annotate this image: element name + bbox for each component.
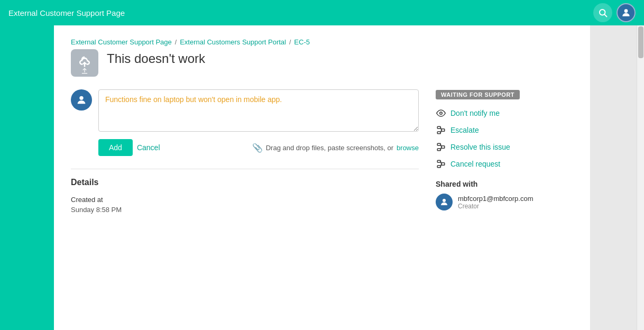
svg-point-21	[443, 199, 446, 202]
right-panel	[590, 25, 644, 330]
escalate-icon	[436, 125, 446, 135]
add-button[interactable]: Add	[98, 139, 133, 156]
svg-rect-6	[437, 126, 440, 129]
left-col: Add Cancel 📎 Drag and drop files, paste …	[71, 89, 419, 220]
comment-buttons: Add Cancel	[98, 139, 160, 156]
file-drop-area: 📎 Drag and drop files, paste screenshots…	[252, 143, 419, 153]
svg-point-2	[624, 9, 628, 13]
breadcrumb-sep-2: /	[289, 39, 291, 46]
created-at-label: Created at	[71, 196, 419, 204]
topbar: External Customer Support Page	[0, 0, 644, 25]
upload-arrow-icon	[81, 67, 88, 75]
svg-rect-17	[437, 166, 440, 168]
two-col: Add Cancel 📎 Drag and drop files, paste …	[71, 89, 573, 220]
breadcrumb-sep-1: /	[175, 39, 177, 46]
svg-line-9	[440, 127, 441, 130]
svg-line-14	[440, 144, 441, 146]
page-icon	[71, 49, 98, 77]
svg-line-10	[440, 131, 441, 133]
action-escalate[interactable]: Escalate	[436, 125, 573, 135]
svg-rect-8	[441, 129, 445, 132]
cancel-button[interactable]: Cancel	[137, 143, 160, 152]
svg-point-5	[440, 112, 443, 115]
page-title: This doesn't work	[107, 51, 205, 66]
user-avatar[interactable]	[617, 3, 636, 22]
details-section: Details Created at Sunday 8:58 PM	[71, 169, 419, 214]
created-at-item: Created at Sunday 8:58 PM	[71, 196, 419, 214]
resolve-icon	[436, 142, 446, 152]
commenter-avatar	[71, 89, 92, 111]
scrollbar-track[interactable]	[637, 25, 644, 330]
page-header: This doesn't work	[71, 49, 573, 77]
shared-user-role: Creator	[458, 203, 533, 210]
created-at-value: Sunday 8:58 PM	[71, 206, 419, 214]
attachment-icon: 📎	[252, 143, 263, 153]
right-col: WAITING FOR SUPPORT Don't notify me	[436, 89, 573, 220]
shared-user-avatar	[436, 194, 453, 210]
shared-user-email: mbfcorp1@mbfcorp.com	[458, 195, 533, 203]
resolve-label: Resolve this issue	[450, 143, 510, 151]
svg-rect-12	[437, 149, 440, 151]
cancel-request-icon	[436, 159, 446, 169]
eye-icon	[436, 108, 446, 118]
topbar-title: External Customer Support Page	[8, 8, 125, 17]
action-cancel-request[interactable]: Cancel request	[436, 159, 573, 169]
breadcrumb: External Customer Support Page / Externa…	[71, 38, 573, 46]
svg-line-20	[440, 164, 441, 167]
svg-rect-11	[437, 143, 440, 145]
search-icon	[598, 8, 608, 17]
svg-marker-3	[82, 62, 87, 67]
breadcrumb-link-2[interactable]: External Customers Support Portal	[180, 38, 286, 46]
svg-line-1	[604, 14, 606, 16]
details-title: Details	[71, 178, 419, 187]
svg-line-19	[440, 161, 441, 163]
topbar-icons	[593, 3, 636, 22]
shared-user-icon	[439, 197, 449, 207]
shared-with-title: Shared with	[436, 180, 573, 188]
svg-rect-16	[437, 160, 440, 162]
breadcrumb-link-3[interactable]: EC-5	[294, 38, 310, 46]
breadcrumb-link-1[interactable]: External Customer Support Page	[71, 38, 172, 46]
svg-rect-18	[441, 163, 445, 166]
status-badge: WAITING FOR SUPPORT	[436, 90, 520, 99]
comment-box: Add Cancel 📎 Drag and drop files, paste …	[98, 89, 419, 156]
user-icon	[621, 7, 631, 18]
svg-point-4	[79, 96, 83, 100]
escalate-label: Escalate	[450, 126, 479, 134]
svg-rect-7	[437, 132, 440, 134]
drop-label: Drag and drop files, paste screenshots, …	[266, 144, 393, 152]
cancel-request-label: Cancel request	[450, 160, 500, 168]
shared-user: mbfcorp1@mbfcorp.com Creator	[436, 194, 573, 210]
comment-textarea[interactable]	[98, 89, 419, 132]
commenter-user-icon	[76, 94, 87, 106]
shared-user-info: mbfcorp1@mbfcorp.com Creator	[458, 195, 533, 210]
left-panel	[0, 25, 54, 330]
action-resolve[interactable]: Resolve this issue	[436, 142, 573, 152]
comment-row: Add Cancel 📎 Drag and drop files, paste …	[71, 89, 419, 156]
browse-link[interactable]: browse	[397, 144, 419, 152]
svg-line-15	[440, 148, 441, 150]
action-dont-notify[interactable]: Don't notify me	[436, 108, 573, 118]
search-button[interactable]	[593, 3, 612, 22]
comment-actions: Add Cancel 📎 Drag and drop files, paste …	[98, 139, 419, 156]
svg-rect-13	[441, 146, 445, 149]
scrollbar-thumb[interactable]	[638, 26, 643, 58]
content-area: External Customer Support Page / Externa…	[54, 25, 590, 330]
main-layout: External Customer Support Page / Externa…	[0, 25, 644, 330]
dont-notify-label: Don't notify me	[450, 109, 500, 117]
